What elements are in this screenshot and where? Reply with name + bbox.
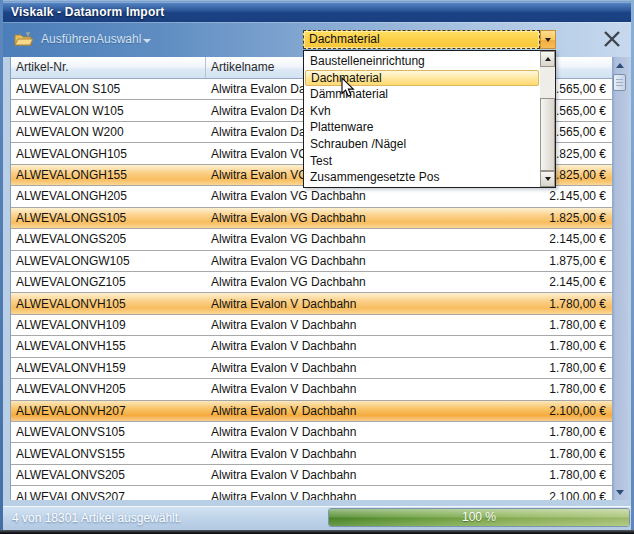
cell-artikel-nr: ALWEVALONVH205	[11, 382, 206, 396]
cell-artikel-nr: ALWEVALONVH207	[11, 404, 206, 418]
combobox-dropdown-button[interactable]	[540, 30, 556, 49]
arrow-down-icon	[616, 490, 624, 495]
cell-artikel-nr: ALWEVALONGH155	[11, 168, 206, 182]
cell-price: 2.145,00 €	[442, 275, 612, 289]
cell-artikel-nr: ALWEVALONVH155	[11, 339, 206, 353]
chevron-down-icon	[143, 39, 151, 43]
datanorm-import-window: Viskalk - Datanorm Import Ausführen Ausw…	[0, 0, 634, 534]
category-combobox[interactable]: Dachmaterial	[303, 30, 540, 49]
table-vertical-scrollbar[interactable]	[612, 57, 628, 500]
dropdown-item[interactable]: Zusammengesetzte Pos	[305, 169, 539, 186]
dropdown-item[interactable]: Plattenware	[305, 119, 539, 136]
cell-price: 2.145,00 €	[442, 232, 612, 246]
window-border-left	[0, 0, 3, 534]
cell-artikel-nr: ALWEVALONVH105	[11, 297, 206, 311]
table-row[interactable]: ALWEVALONVH155Alwitra Evalon V Dachbahn1…	[11, 336, 612, 357]
dropdown-items: BaustelleneinrichtungDachmaterialDämmmat…	[305, 53, 539, 186]
dropdown-scroll-up-button[interactable]	[540, 51, 555, 67]
arrow-down-icon	[545, 177, 551, 181]
cell-artikel-nr: ALWEVALONGH105	[11, 147, 206, 161]
cell-artikel-nr: ALWEVALONVS155	[11, 447, 206, 461]
cell-price: 2.145,00 €	[442, 189, 612, 203]
open-folder-icon[interactable]	[14, 32, 33, 47]
window-title: Viskalk - Datanorm Import	[11, 5, 165, 19]
cell-artikel-nr: ALWEVALONGZ105	[11, 275, 206, 289]
category-combobox-value: Dachmaterial	[309, 32, 380, 46]
selection-menu-button[interactable]: Auswahl	[96, 22, 141, 57]
scroll-down-button[interactable]	[612, 484, 628, 500]
cell-artikel-nr: ALWEVALONGW105	[11, 254, 206, 268]
dropdown-item[interactable]: Kvh	[305, 103, 539, 120]
table-row[interactable]: ALWEVALONVH109Alwitra Evalon V Dachbahn1…	[11, 315, 612, 336]
column-header-artikel-nr[interactable]: Artikel-Nr.	[11, 57, 206, 78]
chevron-down-icon	[545, 38, 551, 42]
dropdown-scrollbar[interactable]	[540, 51, 555, 187]
cell-artikelname: Alwitra Evalon V Dachbahn	[206, 361, 442, 375]
cell-artikel-nr: ALWEVALONVS105	[11, 425, 206, 439]
table-row[interactable]: ALWEVALONVS207Alwitra Evalon V Dachbahn2…	[11, 486, 612, 500]
table-row[interactable]: ALWEVALONGW105Alwitra Evalon VG Dachbahn…	[11, 251, 612, 272]
table-row[interactable]: ALWEVALONGH205Alwitra Evalon VG Dachbahn…	[11, 186, 612, 207]
dropdown-scroll-down-button[interactable]	[540, 171, 555, 187]
cell-price: 1.875,00 €	[442, 254, 612, 268]
window-border-bottom	[0, 530, 634, 534]
cell-artikel-nr: ALWEVALON W200	[11, 125, 206, 139]
arrow-up-icon	[616, 63, 624, 68]
cell-artikel-nr: ALWEVALONVS207	[11, 490, 206, 500]
cell-price: 1.780,00 €	[442, 468, 612, 482]
table-row[interactable]: ALWEVALONGS205Alwitra Evalon VG Dachbahn…	[11, 229, 612, 250]
table-row[interactable]: ALWEVALONVS155Alwitra Evalon V Dachbahn1…	[11, 443, 612, 464]
category-dropdown-list: BaustelleneinrichtungDachmaterialDämmmat…	[303, 50, 556, 188]
title-bar[interactable]: Viskalk - Datanorm Import	[2, 2, 632, 22]
table-row[interactable]: ALWEVALONVS205Alwitra Evalon V Dachbahn1…	[11, 465, 612, 486]
scrollbar-thumb[interactable]	[613, 74, 626, 91]
dropdown-item[interactable]: Baustelleneinrichtung	[305, 53, 539, 70]
cell-artikelname: Alwitra Evalon VG Dachbahn	[206, 254, 442, 268]
table-row[interactable]: ALWEVALONVH205Alwitra Evalon V Dachbahn1…	[11, 379, 612, 400]
table-row[interactable]: ALWEVALONVH159Alwitra Evalon V Dachbahn1…	[11, 358, 612, 379]
cell-artikel-nr: ALWEVALONVS205	[11, 468, 206, 482]
close-button[interactable]	[601, 28, 623, 50]
cell-artikel-nr: ALWEVALONGH205	[11, 189, 206, 203]
cell-price: 1.780,00 €	[442, 425, 612, 439]
cell-price: 1.780,00 €	[442, 361, 612, 375]
table-row[interactable]: ALWEVALONVS105Alwitra Evalon V Dachbahn1…	[11, 422, 612, 443]
dropdown-item[interactable]: Schrauben /Nägel	[305, 136, 539, 153]
cell-artikelname: Alwitra Evalon V Dachbahn	[206, 468, 442, 482]
cell-price: 1.780,00 €	[442, 297, 612, 311]
status-bar: 4 von 18301 Artikel ausgewählt. 100 %	[3, 506, 631, 530]
cell-price: 2.100,00 €	[442, 404, 612, 418]
cell-artikelname: Alwitra Evalon V Dachbahn	[206, 447, 442, 461]
close-icon	[601, 28, 623, 50]
cell-artikelname: Alwitra Evalon V Dachbahn	[206, 490, 442, 500]
dropdown-scrollbar-thumb[interactable]	[540, 98, 555, 171]
cell-artikelname: Alwitra Evalon V Dachbahn	[206, 318, 442, 332]
table-row[interactable]: ALWEVALONGZ105Alwitra Evalon VG Dachbahn…	[11, 272, 612, 293]
arrow-up-icon	[545, 57, 551, 61]
cell-artikel-nr: ALWEVALON S105	[11, 82, 206, 96]
cell-price: 1.825,00 €	[442, 211, 612, 225]
progress-bar: 100 %	[328, 508, 630, 527]
cell-price: 2.100,00 €	[442, 490, 612, 500]
table-row[interactable]: ALWEVALONVH105Alwitra Evalon V Dachbahn1…	[11, 293, 612, 314]
cell-artikelname: Alwitra Evalon VG Dachbahn	[206, 189, 442, 203]
cell-price: 1.780,00 €	[442, 339, 612, 353]
cell-price: 1.780,00 €	[442, 318, 612, 332]
table-row[interactable]: ALWEVALONGS105Alwitra Evalon VG Dachbahn…	[11, 208, 612, 229]
cell-artikel-nr: ALWEVALONVH109	[11, 318, 206, 332]
cell-artikel-nr: ALWEVALONGS205	[11, 232, 206, 246]
progress-percentage: 100 %	[329, 509, 629, 526]
execute-button[interactable]: Ausführen	[41, 22, 96, 57]
cell-artikel-nr: ALWEVALONGS105	[11, 211, 206, 225]
cell-artikelname: Alwitra Evalon V Dachbahn	[206, 339, 442, 353]
cell-artikel-nr: ALWEVALONVH159	[11, 361, 206, 375]
cell-artikel-nr: ALWEVALON W105	[11, 104, 206, 118]
mouse-cursor-icon	[341, 77, 355, 98]
scroll-up-button[interactable]	[612, 57, 628, 73]
cell-price: 1.780,00 €	[442, 382, 612, 396]
cell-artikelname: Alwitra Evalon VG Dachbahn	[206, 211, 442, 225]
dropdown-item[interactable]: Test	[305, 153, 539, 170]
table-row[interactable]: ALWEVALONVH207Alwitra Evalon V Dachbahn2…	[11, 401, 612, 422]
cell-artikelname: Alwitra Evalon VG Dachbahn	[206, 232, 442, 246]
cell-price: 1.780,00 €	[442, 447, 612, 461]
